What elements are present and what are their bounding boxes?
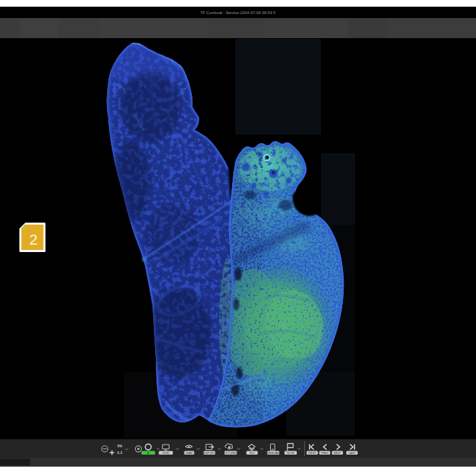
svg-text:NOTE: NOTE bbox=[287, 451, 294, 455]
svg-text:5%: 5% bbox=[117, 444, 122, 448]
svg-text:HOM: HOM bbox=[162, 451, 168, 455]
svg-text:STITCHING: STITCHING bbox=[223, 451, 238, 455]
svg-text:ROI: ROI bbox=[249, 451, 254, 455]
svg-text:EXPORT: EXPORT bbox=[204, 451, 215, 455]
svg-text:LAST: LAST bbox=[348, 451, 356, 455]
svg-text:1:1: 1:1 bbox=[117, 451, 122, 455]
svg-text:NEXT: NEXT bbox=[334, 451, 341, 455]
svg-text:SNAP: SNAP bbox=[186, 451, 193, 455]
svg-text:2: 2 bbox=[29, 231, 37, 248]
svg-text:PREV: PREV bbox=[321, 451, 328, 455]
svg-text:FIRST: FIRST bbox=[308, 451, 316, 455]
svg-text:IE: IE bbox=[147, 451, 150, 455]
svg-text:NEWCAM: NEWCAM bbox=[267, 451, 279, 455]
